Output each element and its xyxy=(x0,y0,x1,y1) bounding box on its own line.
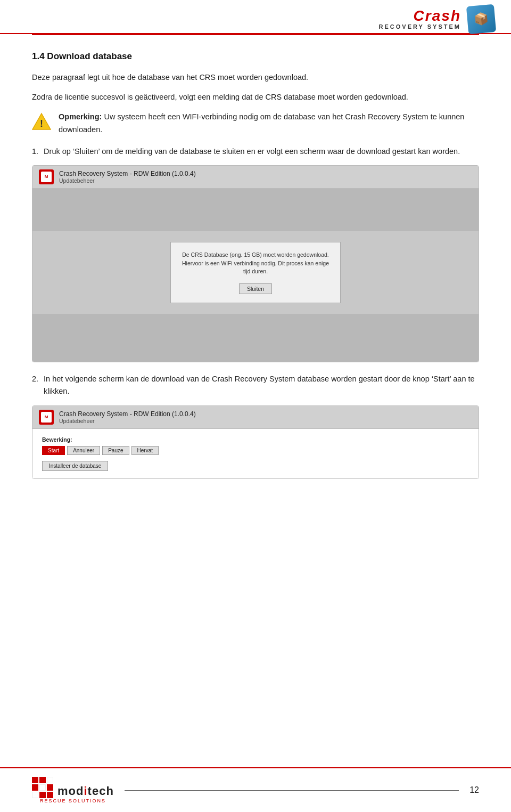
note-text: Opmerking: Uw systeem heeft een WIFI-ver… xyxy=(59,111,479,135)
top-bar: Crash Recovery System 📦 xyxy=(0,0,511,34)
screenshot-2-subtitle: Updatebeheer xyxy=(59,418,196,424)
section-heading: 1.4 Download database xyxy=(32,51,479,62)
sq-7 xyxy=(32,792,38,798)
screenshot-1-subtitle: Updatebeheer xyxy=(59,177,196,184)
note-box: ! Opmerking: Uw systeem heeft een WIFI-v… xyxy=(32,111,479,135)
screenshot-1-logo-inner: M xyxy=(41,172,52,182)
sq-8 xyxy=(39,792,46,798)
screenshot-2-body: Bewerking: Start Annuleer Pauze Hervat I… xyxy=(32,429,479,478)
paragraph-2: Zodra de licentie succesvol is geäctivee… xyxy=(32,91,479,103)
footer-line xyxy=(125,790,459,791)
logo-box-icon: 📦 xyxy=(473,12,489,27)
step-1: 1. Druk op ‘Sluiten’ om de melding van d… xyxy=(32,145,479,158)
sq-6 xyxy=(47,784,53,791)
screenshot-1-grey-bottom xyxy=(32,314,479,362)
sq-5 xyxy=(39,784,46,791)
hervat-button[interactable]: Hervat xyxy=(131,446,159,455)
rescue-solutions: rescue solutions xyxy=(40,798,106,803)
screenshot-1-title: Crash Recovery System - RDW Edition (1.0… xyxy=(59,170,196,177)
logo-box: 📦 xyxy=(466,4,496,34)
screenshot-2: M Crash Recovery System - RDW Edition (1… xyxy=(32,405,479,479)
note-label: Opmerking: xyxy=(59,112,102,121)
screenshot-2-title: Crash Recovery System - RDW Edition (1.0… xyxy=(59,410,196,418)
screenshot-1-logo: M xyxy=(39,169,54,184)
page-number: 12 xyxy=(469,785,479,795)
pauze-button[interactable]: Pauze xyxy=(102,446,129,455)
screenshot-2-logo-inner: M xyxy=(41,412,52,423)
screenshot-1: M Crash Recovery System - RDW Edition (1… xyxy=(32,165,479,362)
screenshot-2-titlebar: M Crash Recovery System - RDW Edition (1… xyxy=(32,406,479,429)
annuleer-button[interactable]: Annuleer xyxy=(67,446,100,455)
warning-icon: ! xyxy=(32,112,51,131)
step-2: 2. In het volgende scherm kan de downloa… xyxy=(32,373,479,397)
screen2-button-row: Start Annuleer Pauze Hervat xyxy=(42,446,469,455)
crash-logo: Crash Recovery System xyxy=(379,9,461,30)
paragraph-1: Deze paragraaf legt uit hoe de database … xyxy=(32,71,479,84)
recovery-text: Recovery System xyxy=(379,23,461,30)
screenshot-1-body: De CRS Database (ong. 15 GB) moet worden… xyxy=(32,231,479,314)
dialog-line1: De CRS Database (ong. 15 GB) moet worden… xyxy=(182,251,329,258)
sq-2 xyxy=(39,777,46,783)
sq-4 xyxy=(32,784,38,791)
footer-logo: moditech rescue solutions xyxy=(32,777,114,803)
screenshot-1-titlebar: M Crash Recovery System - RDW Edition (1… xyxy=(32,166,479,189)
screenshot-1-grey-top xyxy=(32,189,479,231)
sluiten-button[interactable]: Sluiten xyxy=(239,283,272,294)
installeer-button[interactable]: Installeer de database xyxy=(42,461,108,471)
main-content: 1.4 Download database Deze paragraaf leg… xyxy=(0,35,511,506)
dialog-box: De CRS Database (ong. 15 GB) moet worden… xyxy=(170,242,341,303)
step-2-num: 2. xyxy=(32,373,38,397)
step-1-num: 1. xyxy=(32,145,38,158)
moditech-text: moditech xyxy=(57,784,114,798)
sq-1 xyxy=(32,777,38,783)
moditech-squares xyxy=(32,777,53,798)
svg-text:!: ! xyxy=(40,118,43,129)
screenshot-2-logo: M xyxy=(39,410,54,425)
dialog-text: De CRS Database (ong. 15 GB) moet worden… xyxy=(182,251,329,276)
step-2-text: In het volgende scherm kan de download v… xyxy=(44,373,479,397)
sq-3 xyxy=(47,777,53,783)
start-button[interactable]: Start xyxy=(42,446,65,455)
footer: moditech rescue solutions 12 xyxy=(0,767,511,812)
screenshot-2-titles: Crash Recovery System - RDW Edition (1.0… xyxy=(59,410,196,424)
crash-text: Crash xyxy=(414,9,461,23)
sq-9 xyxy=(47,792,53,798)
screenshot-1-titles: Crash Recovery System - RDW Edition (1.0… xyxy=(59,170,196,184)
logo-area: Crash Recovery System 📦 xyxy=(379,5,495,33)
dialog-line2: Hiervoor is een WiFi verbinding nodig. D… xyxy=(182,260,329,275)
moditech-logo: moditech xyxy=(32,777,114,798)
bewerking-label: Bewerking: xyxy=(42,436,469,443)
note-body: Uw systeem heeft een WIFI-verbinding nod… xyxy=(59,112,464,133)
step-1-text: Druk op ‘Sluiten’ om de melding van de d… xyxy=(44,145,460,158)
